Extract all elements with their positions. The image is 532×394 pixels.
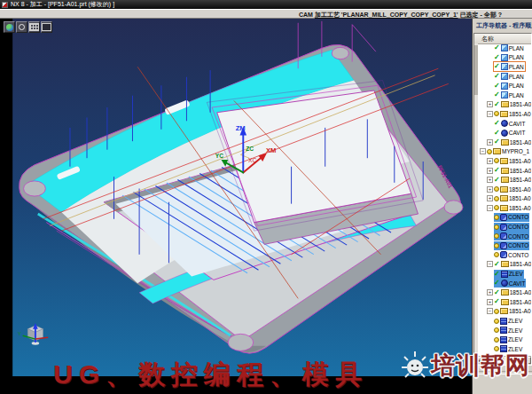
status-regenerate-icon — [494, 186, 499, 192]
training-slogan-text: UG、数控编程、模具 — [53, 357, 368, 393]
row-label: PLAN — [509, 83, 524, 89]
collapse-icon[interactable]: − — [487, 308, 493, 314]
contour-icon — [500, 242, 507, 249]
toolbar-button-snap[interactable] — [16, 21, 27, 33]
row-label: ZLEV — [508, 318, 522, 324]
tree-row[interactable]: +1851-A0 — [478, 194, 531, 204]
graphics-viewport[interactable]: PF51-A01 ZM ZC XM XC YC Y — [0, 19, 532, 394]
row-content: ✓1851-A0 — [494, 138, 531, 146]
tree-row[interactable]: −MYPRO_1 — [478, 147, 531, 157]
row-content: ZLEV — [494, 335, 523, 344]
contour-icon — [500, 232, 507, 240]
tree-row[interactable]: ✓ZLEV — [478, 269, 531, 279]
group-icon — [501, 101, 509, 107]
group-icon — [500, 195, 508, 201]
status-regenerate-icon — [494, 111, 499, 116]
toolbar-button-view[interactable] — [4, 21, 15, 33]
group-icon — [493, 148, 501, 154]
expand-icon[interactable]: + — [487, 177, 493, 183]
row-label: MYPRO_1 — [502, 148, 529, 154]
row-label: 1851-A0 — [510, 139, 531, 146]
expand-icon[interactable]: + — [487, 186, 493, 193]
collapse-icon[interactable]: − — [480, 148, 486, 154]
tree-row[interactable]: +1851-A0 — [478, 156, 531, 166]
tree-row[interactable]: +✓1851-A0 — [478, 288, 531, 297]
tree-row[interactable]: +✓1851-A0 — [478, 100, 531, 110]
tree-row[interactable]: +✓1851-A0 — [478, 138, 531, 147]
group-icon — [501, 261, 509, 267]
row-label: 1851-A0 — [510, 299, 531, 305]
navigator-title: 工序导航器 - 程序顺序 — [473, 19, 532, 32]
row-content: ✓1851-A0 — [494, 297, 531, 306]
row-label: 1851-A0 — [509, 186, 531, 193]
tree-row[interactable]: ZLEV — [478, 326, 531, 335]
group-icon — [500, 158, 508, 164]
contour-icon — [500, 214, 507, 221]
operation-navigator-panel: 工序导航器 - 程序顺序 名称 ✓PLAN✓PLAN✓PLAN✓PLAN✓PLA… — [472, 19, 532, 394]
row-content: 1851-A0 — [494, 203, 531, 212]
expand-icon[interactable]: + — [487, 158, 493, 164]
status-regenerate-icon — [487, 149, 492, 154]
tree-row[interactable]: ✓CAVIT — [478, 128, 531, 138]
row-content: CONTO — [494, 232, 529, 240]
status-complete-icon: ✓ — [494, 54, 500, 61]
row-label: 1851-A0 — [509, 205, 531, 211]
row-label: 1851-A0 — [509, 195, 531, 201]
row-content: CONTO — [494, 223, 529, 232]
status-message-link[interactable]: 加工工艺 'PLANAR_MILL_COPY_COPY_COPY_1' — [315, 12, 458, 18]
status-complete-icon: ✓ — [494, 120, 500, 127]
row-content: 1851-A0 — [494, 185, 531, 193]
tree-row[interactable]: ✓PLAN — [478, 62, 531, 72]
tree-row[interactable]: −✓1851-A0 — [478, 260, 531, 270]
tree-row[interactable]: ✓PLAN — [478, 43, 531, 53]
status-message-suffix: 已选定 - 全部 ? — [458, 12, 502, 18]
expand-icon[interactable]: + — [487, 168, 493, 174]
tree-row[interactable]: +1851-A0 — [478, 185, 531, 194]
tree-row[interactable]: ✓PLAN — [478, 53, 531, 63]
tree-row[interactable]: +✓1851-A0 — [478, 297, 531, 307]
row-content: 1851-A0 — [494, 194, 531, 203]
status-regenerate-icon — [494, 243, 499, 248]
tree-row[interactable]: ✓PLAN — [478, 81, 531, 91]
expand-icon[interactable]: + — [487, 139, 493, 146]
row-content: ✓1851-A0 — [494, 100, 531, 109]
status-complete-icon: ✓ — [494, 289, 500, 296]
row-content: 1851-A0 — [494, 109, 531, 118]
collapse-icon[interactable]: − — [487, 261, 493, 267]
row-label: 1851-A0 — [509, 158, 531, 164]
tree-row[interactable]: ZLEV — [478, 335, 531, 344]
toolbar-button-grid[interactable] — [28, 21, 40, 33]
row-content: ✓1851-A0 — [494, 288, 531, 297]
tree-row[interactable]: ✓CAVIT — [478, 119, 531, 129]
viewport-canvas: PF51-A01 ZM ZC XM XC YC Y — [0, 19, 532, 394]
expand-icon[interactable]: + — [487, 195, 493, 201]
tree-row[interactable]: −1851-A0 — [478, 203, 531, 213]
tree-row[interactable]: CONTO — [478, 222, 531, 232]
tree-row[interactable]: −1851-A0 — [478, 109, 531, 119]
expand-icon[interactable]: + — [487, 299, 493, 305]
collapse-icon[interactable]: − — [487, 111, 493, 117]
toolbar-button-display[interactable] — [41, 21, 52, 33]
row-label: 1851-A0 — [509, 111, 531, 117]
status-regenerate-icon — [494, 309, 499, 314]
collapse-icon[interactable]: − — [487, 205, 493, 211]
tree-row[interactable]: −1851-A0 — [478, 307, 531, 317]
tree-row[interactable]: CONTO — [478, 240, 531, 250]
tree-row[interactable]: +✓1851-A0 — [478, 166, 531, 176]
contour-icon — [500, 251, 507, 258]
row-content: ZLEV — [494, 326, 523, 335]
group-icon — [501, 289, 509, 296]
tree-row[interactable]: CONTO — [478, 250, 531, 260]
tree-row[interactable]: ✓PLAN — [478, 72, 531, 82]
target-circle-icon — [19, 24, 25, 30]
tree-row[interactable]: ✓CAVIT — [478, 279, 531, 288]
tree-row[interactable]: CONTO — [478, 213, 531, 223]
tree-row[interactable]: ✓PLAN — [478, 91, 531, 100]
expand-icon[interactable]: + — [487, 289, 493, 296]
tree-row[interactable]: ZLEV — [478, 316, 531, 326]
expand-icon[interactable]: + — [487, 101, 493, 107]
tree-row[interactable]: +✓1851-A0 — [478, 175, 531, 185]
grid-icon — [29, 23, 39, 31]
nx-app-icon — [2, 2, 8, 8]
tree-row[interactable]: CONTO — [478, 232, 531, 241]
